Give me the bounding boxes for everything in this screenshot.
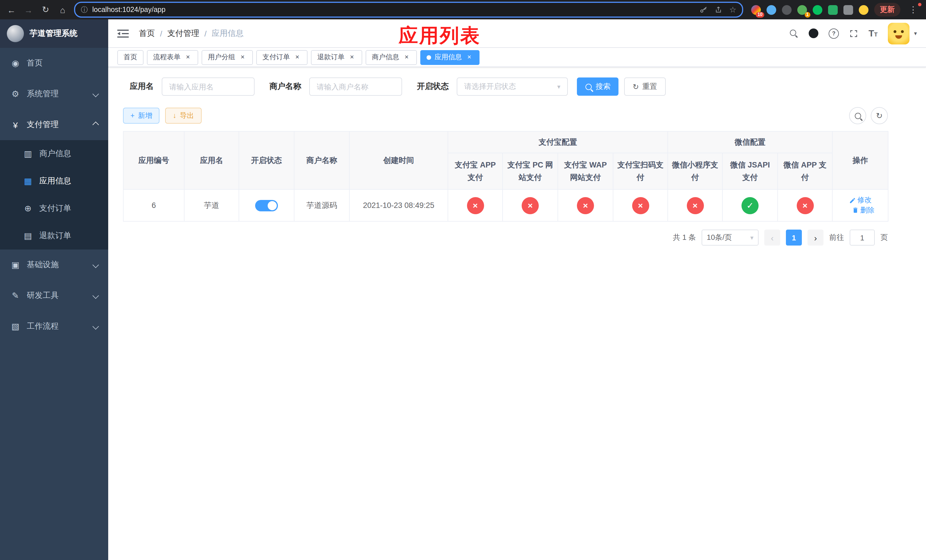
forward-icon[interactable]: →: [23, 5, 34, 15]
sidebar-fold-icon[interactable]: [117, 29, 129, 37]
fullscreen-icon[interactable]: [849, 29, 858, 38]
plus-icon: +: [130, 112, 135, 120]
group-header-alipay: 支付宝配置: [448, 131, 668, 153]
sidebar-logo[interactable]: 芋道管理系统: [0, 20, 108, 48]
address-bar[interactable]: ⓘ localhost:1024/pay/app ☆: [74, 2, 743, 18]
extension-icon[interactable]: 1: [797, 5, 807, 15]
extension-icon[interactable]: [828, 5, 838, 15]
prev-page-button[interactable]: ‹: [764, 230, 780, 245]
tab-user-group[interactable]: 用户分组×: [201, 50, 253, 65]
navbar-actions: ? TT ▾: [789, 23, 917, 44]
breadcrumb-home[interactable]: 首页: [139, 28, 155, 38]
edit-link[interactable]: 修改: [849, 195, 872, 205]
extension-icon[interactable]: [782, 5, 791, 15]
sidebar-item-refund-order[interactable]: ▤ 退款订单: [0, 222, 108, 250]
col-header-app-id: 应用编号: [123, 131, 184, 189]
goto-label: 前往: [829, 232, 844, 243]
browser-menu-icon[interactable]: ⋮: [906, 5, 920, 15]
password-key-icon[interactable]: [700, 5, 708, 14]
search-icon: [854, 112, 861, 120]
close-icon[interactable]: ×: [239, 53, 247, 61]
site-info-icon[interactable]: ⓘ: [81, 5, 88, 15]
tab-app-info[interactable]: 应用信息×: [420, 50, 480, 65]
delete-link[interactable]: 删除: [852, 205, 875, 215]
extension-icon[interactable]: [767, 5, 776, 15]
sidebar-item-home[interactable]: ◉ 首页: [0, 48, 108, 79]
extension-icon[interactable]: 10: [751, 5, 761, 15]
sidebar-item-dev-tools[interactable]: ✎ 研发工具: [0, 280, 108, 311]
close-icon[interactable]: ×: [465, 53, 473, 61]
tab-label: 用户分组: [208, 52, 235, 62]
search-icon[interactable]: [789, 29, 799, 38]
status-cross-icon: ×: [577, 197, 594, 214]
sidebar-item-pay-order[interactable]: ⊕ 支付订单: [0, 195, 108, 222]
cell-merchant: 芋道源码: [294, 189, 350, 221]
url-text[interactable]: localhost:1024/pay/app: [92, 6, 165, 14]
tab-merchant-info[interactable]: 商户信息×: [366, 50, 417, 65]
sidebar-item-infrastructure[interactable]: ▣ 基础设施: [0, 250, 108, 280]
bookmark-star-icon[interactable]: ☆: [729, 5, 736, 14]
profile-avatar-icon[interactable]: [859, 5, 869, 15]
sidebar-item-merchant-info[interactable]: ▥ 商户信息: [0, 140, 108, 168]
goto-unit-label: 页: [881, 232, 888, 243]
sidebar-item-workflow[interactable]: ▧ 工作流程: [0, 311, 108, 342]
add-button[interactable]: + 新增: [123, 107, 160, 124]
wechat-extension-icon[interactable]: [813, 5, 822, 15]
github-icon[interactable]: [809, 29, 819, 38]
sidebar-item-app-info[interactable]: ▦ 应用信息: [0, 168, 108, 195]
next-page-button[interactable]: ›: [808, 230, 823, 245]
current-page-button[interactable]: 1: [786, 230, 802, 245]
omnibox-actions: ☆: [700, 5, 736, 14]
extensions-puzzle-icon[interactable]: [843, 5, 853, 15]
app-name-input[interactable]: [162, 77, 254, 96]
sidebar-item-label: 应用信息: [39, 176, 71, 186]
back-icon[interactable]: ←: [6, 5, 17, 15]
close-icon[interactable]: ×: [402, 53, 411, 61]
reset-button[interactable]: ↻ 重置: [624, 77, 666, 96]
tab-pay-order[interactable]: 支付订单×: [256, 50, 307, 65]
breadcrumb-separator: /: [204, 29, 207, 38]
refresh-table-button[interactable]: ↻: [871, 107, 888, 124]
toggle-search-button[interactable]: [849, 107, 866, 124]
col-header-status: 开启状态: [239, 131, 294, 189]
goto-page-input[interactable]: [850, 230, 875, 245]
col-header-merchant: 商户名称: [294, 131, 350, 189]
sidebar-item-label: 研发工具: [27, 291, 59, 301]
status-select[interactable]: 请选择开启状态 ▾: [457, 77, 568, 96]
tab-home[interactable]: 首页: [117, 50, 144, 65]
col-header-wechat-app: 微信 APP 支付: [778, 153, 832, 189]
extension-toolbar: 10 1: [751, 5, 869, 15]
search-button[interactable]: 搜索: [577, 77, 619, 96]
breadcrumb-current: 应用信息: [212, 28, 244, 38]
col-header-actions: 操作: [832, 131, 888, 189]
pagination: 共 1 条 10条/页 ▾ ‹ 1 › 前往 页: [123, 230, 888, 245]
share-icon[interactable]: [715, 6, 722, 14]
tab-process-form[interactable]: 流程表单×: [147, 50, 198, 65]
table-row: 6 芋道 芋道源码 2021-10-23 08:49:25 × × × × × …: [123, 189, 888, 221]
avatar-caret-icon[interactable]: ▾: [914, 30, 917, 36]
download-icon: ↓: [173, 112, 177, 120]
user-avatar[interactable]: [888, 23, 909, 44]
status-toggle[interactable]: [255, 200, 278, 211]
col-header-alipay-app: 支付宝 APP 支付: [448, 153, 502, 189]
status-cross-icon: ×: [632, 197, 649, 214]
breadcrumb-payment[interactable]: 支付管理: [168, 28, 199, 38]
close-icon[interactable]: ×: [348, 53, 356, 61]
col-header-created: 创建时间: [350, 131, 448, 189]
home-icon[interactable]: ⌂: [57, 5, 68, 15]
merchant-name-input[interactable]: [309, 77, 402, 96]
chrome-update-button[interactable]: 更新: [874, 3, 900, 17]
close-icon[interactable]: ×: [184, 53, 192, 61]
sidebar-item-system[interactable]: ⚙ 系统管理: [0, 79, 108, 109]
sidebar: 芋道管理系统 ◉ 首页 ⚙ 系统管理 ¥ 支付管理 ▥ 商户信息 ▦ 应用信息: [0, 20, 108, 560]
cell-created: 2021-10-23 08:49:25: [350, 189, 448, 221]
reload-icon[interactable]: ↻: [40, 5, 51, 15]
font-size-icon[interactable]: TT: [869, 29, 878, 38]
help-icon[interactable]: ?: [829, 28, 839, 38]
page-size-select[interactable]: 10条/页 ▾: [702, 230, 758, 245]
close-icon[interactable]: ×: [293, 53, 301, 61]
tab-refund-order[interactable]: 退款订单×: [311, 50, 362, 65]
export-button[interactable]: ↓ 导出: [165, 107, 201, 124]
chevron-up-icon: [92, 122, 99, 128]
sidebar-item-payment[interactable]: ¥ 支付管理: [0, 109, 108, 140]
